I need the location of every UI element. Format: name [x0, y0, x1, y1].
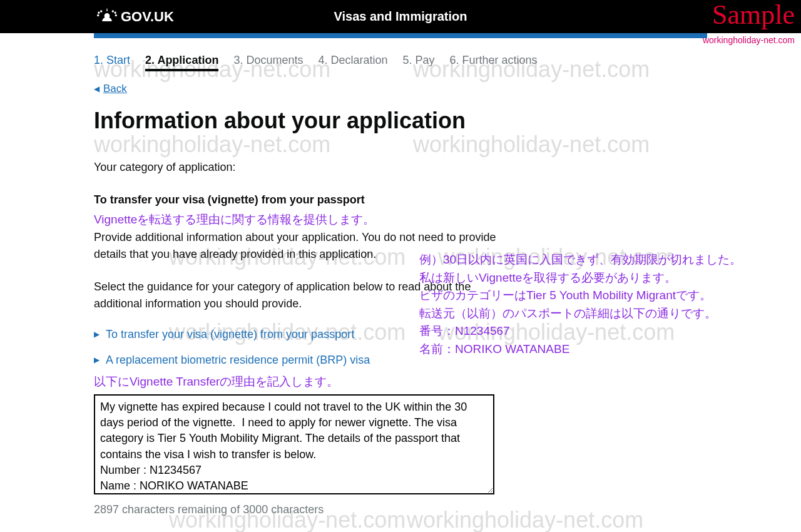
source-url: workingholiday-net.com	[703, 35, 795, 45]
example-line: 名前：NORIKO WATANABE	[419, 340, 795, 359]
disclosure-label: A replacement biometric residence permit…	[106, 354, 370, 367]
back-link[interactable]: ◀ Back	[94, 83, 127, 95]
example-line: 番号：N1234567	[419, 322, 795, 340]
step-further[interactable]: 6. Further actions	[450, 54, 538, 71]
example-line: ビザのカテゴリーはTier 5 Youth Mobility Migrantです…	[419, 287, 795, 305]
progress-steps: 1. Start 2. Application 3. Documents 4. …	[94, 54, 707, 71]
example-line: 転送元（以前）のパスポートの詳細は以下の通りです。	[419, 305, 795, 323]
back-link-label: Back	[103, 83, 127, 95]
category-label: Your category of application:	[94, 159, 707, 176]
step-documents[interactable]: 3. Documents	[233, 54, 303, 71]
step-pay[interactable]: 5. Pay	[403, 54, 435, 71]
step-start[interactable]: 1. Start	[94, 54, 130, 71]
triangle-right-icon: ▶	[94, 356, 99, 364]
triangle-right-icon: ▶	[94, 330, 99, 339]
header-blue-bar	[94, 33, 707, 38]
govuk-logo-text: GOV.UK	[121, 9, 174, 25]
disclosure-label: To transfer your visa (vignette) from yo…	[106, 328, 354, 341]
step-application[interactable]: 2. Application	[145, 54, 218, 71]
annotation-reason-heading: Vignetteを転送する理由に関する情報を提供します。	[94, 211, 707, 229]
category-value: To transfer your visa (vignette) from yo…	[94, 192, 707, 208]
step-declaration[interactable]: 4. Declaration	[318, 54, 387, 71]
annotation-reason-note: 以下にVignette Transferの理由を記入します。	[94, 373, 707, 391]
govuk-logo[interactable]: GOV.UK	[97, 7, 174, 27]
page-title: Information about your application	[94, 108, 707, 134]
triangle-left-icon: ◀	[94, 84, 99, 93]
char-count: 2897 characters remaining of 3000 charac…	[94, 503, 707, 516]
example-line: 例）30日以内に英国に入国できず、有効期限が切れました。	[419, 251, 795, 269]
example-line: 私は新しいVignetteを取得する必要があります。	[419, 269, 795, 287]
annotation-example: 例）30日以内に英国に入国できず、有効期限が切れました。 私は新しいVignet…	[419, 251, 795, 358]
sample-stamp: Sample	[712, 0, 795, 31]
service-name: Visas and Immigration	[334, 9, 467, 24]
govuk-header: GOV.UK Visas and Immigration Sample	[0, 0, 801, 33]
crown-icon	[97, 7, 121, 27]
reason-textarea[interactable]	[94, 394, 494, 494]
